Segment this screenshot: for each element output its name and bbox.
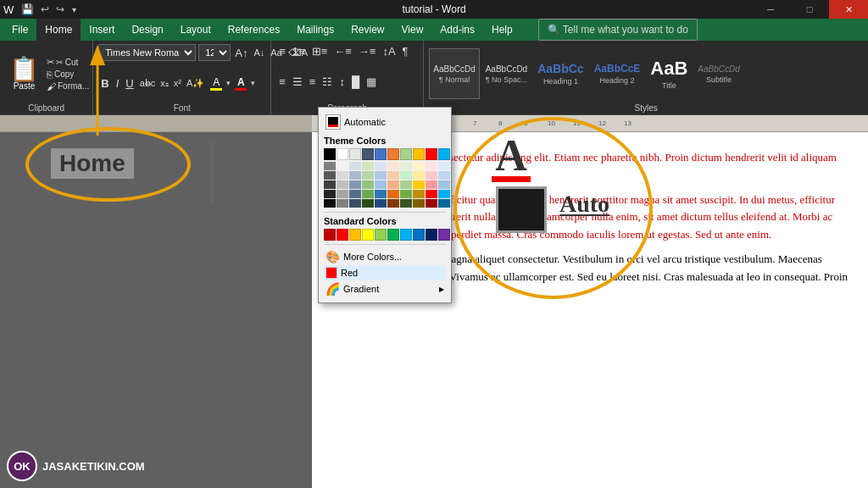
style-nospace-item[interactable]: AaBbCcDd ¶ No Spac... bbox=[481, 48, 531, 99]
tint-color-cell[interactable] bbox=[337, 180, 348, 189]
standard-color-cell[interactable] bbox=[349, 229, 361, 241]
tint-color-cell[interactable] bbox=[387, 199, 399, 208]
text-effects-button[interactable]: A✨ bbox=[185, 77, 206, 90]
tint-color-cell[interactable] bbox=[337, 162, 348, 170]
numbering-button[interactable]: 1≡ bbox=[290, 44, 308, 58]
tint-color-cell[interactable] bbox=[387, 171, 399, 180]
bullets-button[interactable]: ≡ bbox=[276, 44, 288, 58]
superscript-button[interactable]: x² bbox=[172, 77, 183, 89]
tint-color-cell[interactable] bbox=[375, 190, 387, 198]
multilevel-list-button[interactable]: ⊞≡ bbox=[309, 44, 331, 58]
tint-color-cell[interactable] bbox=[375, 171, 387, 180]
menu-item-mailings[interactable]: Mailings bbox=[288, 19, 342, 41]
tint-color-cell[interactable] bbox=[324, 190, 336, 198]
menu-item-help[interactable]: Help bbox=[483, 19, 521, 41]
align-left-button[interactable]: ≡ bbox=[276, 75, 288, 89]
tint-color-cell[interactable] bbox=[362, 180, 374, 189]
tint-color-cell[interactable] bbox=[438, 171, 450, 180]
tint-color-cell[interactable] bbox=[387, 162, 399, 170]
highlight-dropdown-icon[interactable]: ▾ bbox=[226, 79, 231, 87]
tint-color-cell[interactable] bbox=[413, 199, 425, 208]
tint-color-cell[interactable] bbox=[375, 162, 387, 170]
standard-color-cell[interactable] bbox=[337, 229, 348, 241]
tint-color-cell[interactable] bbox=[349, 199, 361, 208]
font-color-dropdown-icon[interactable]: ▾ bbox=[251, 79, 255, 87]
style-heading1-item[interactable]: AaBbCc Heading 1 bbox=[533, 48, 587, 99]
menu-item-review[interactable]: Review bbox=[342, 19, 392, 41]
menu-item-design[interactable]: Design bbox=[123, 19, 171, 41]
increase-font-size-button[interactable]: A↑ bbox=[233, 46, 249, 60]
menu-item-references[interactable]: References bbox=[220, 19, 288, 41]
tint-color-cell[interactable] bbox=[413, 190, 425, 198]
tint-color-cell[interactable] bbox=[400, 162, 412, 170]
tint-color-cell[interactable] bbox=[337, 171, 348, 180]
tint-color-cell[interactable] bbox=[413, 171, 425, 180]
theme-color-cell[interactable] bbox=[426, 148, 437, 160]
more-colors-button[interactable]: 🎨 More Colors... bbox=[324, 248, 446, 265]
cut-button[interactable]: ✂ ✂ Cut bbox=[47, 57, 89, 68]
increase-indent-button[interactable]: →≡ bbox=[356, 44, 379, 58]
tint-color-cell[interactable] bbox=[362, 162, 374, 170]
gradient-option[interactable]: 🌈 Gradient ▶ bbox=[324, 280, 446, 297]
theme-color-cell[interactable] bbox=[375, 148, 387, 160]
italic-button[interactable]: I bbox=[114, 76, 122, 91]
theme-color-cell[interactable] bbox=[337, 148, 348, 160]
automatic-color-option[interactable]: Automatic bbox=[324, 113, 446, 131]
theme-color-cell[interactable] bbox=[387, 148, 399, 160]
theme-color-cell[interactable] bbox=[438, 148, 450, 160]
tint-color-cell[interactable] bbox=[438, 199, 450, 208]
tint-color-cell[interactable] bbox=[362, 199, 374, 208]
style-title-item[interactable]: AaB Title bbox=[646, 48, 692, 99]
tint-color-cell[interactable] bbox=[426, 190, 437, 198]
menu-item-home[interactable]: Home bbox=[36, 19, 81, 41]
paste-button[interactable]: 📋 Paste bbox=[3, 44, 45, 103]
tint-color-cell[interactable] bbox=[337, 199, 348, 208]
standard-color-cell[interactable] bbox=[413, 229, 425, 241]
standard-color-cell[interactable] bbox=[400, 229, 412, 241]
tint-color-cell[interactable] bbox=[324, 171, 336, 180]
text-highlight-button[interactable]: A bbox=[208, 75, 225, 92]
tint-color-cell[interactable] bbox=[375, 199, 387, 208]
tint-color-cell[interactable] bbox=[438, 190, 450, 198]
shading-button[interactable]: █ bbox=[349, 75, 362, 89]
tint-color-cell[interactable] bbox=[400, 199, 412, 208]
tint-color-cell[interactable] bbox=[324, 180, 336, 189]
tint-color-cell[interactable] bbox=[426, 171, 437, 180]
recent-color-red[interactable]: Red bbox=[324, 265, 446, 280]
tint-color-cell[interactable] bbox=[349, 171, 361, 180]
tint-color-cell[interactable] bbox=[413, 162, 425, 170]
theme-color-cell[interactable] bbox=[324, 148, 336, 160]
menu-item-view[interactable]: View bbox=[393, 19, 432, 41]
align-center-button[interactable]: ☰ bbox=[290, 75, 305, 89]
subscript-button[interactable]: x₂ bbox=[159, 77, 170, 90]
tint-color-cell[interactable] bbox=[387, 180, 399, 189]
undo-button[interactable]: ↩ bbox=[38, 3, 52, 15]
tint-color-cell[interactable] bbox=[362, 190, 374, 198]
save-button[interactable]: 💾 bbox=[19, 3, 36, 15]
minimize-button[interactable]: ─ bbox=[751, 0, 790, 19]
tint-color-cell[interactable] bbox=[349, 162, 361, 170]
format-painter-button[interactable]: 🖌 Forma... bbox=[47, 81, 89, 92]
customize-qa-icon[interactable]: ▾ bbox=[72, 5, 76, 14]
menu-item-file[interactable]: File bbox=[3, 19, 36, 41]
font-size-select[interactable]: 12 bbox=[198, 44, 231, 61]
style-normal-item[interactable]: AaBbCcDd ¶ Normal bbox=[429, 48, 479, 99]
menu-item-layout[interactable]: Layout bbox=[172, 19, 220, 41]
redo-button[interactable]: ↪ bbox=[53, 3, 67, 15]
font-color-button[interactable]: A bbox=[232, 75, 249, 92]
theme-color-cell[interactable] bbox=[400, 148, 412, 160]
menu-item-insert[interactable]: Insert bbox=[81, 19, 123, 41]
standard-color-cell[interactable] bbox=[438, 229, 450, 241]
tint-color-cell[interactable] bbox=[375, 180, 387, 189]
borders-button[interactable]: ▦ bbox=[364, 75, 379, 89]
justify-button[interactable]: ☷ bbox=[320, 75, 335, 89]
tint-color-cell[interactable] bbox=[324, 162, 336, 170]
tint-color-cell[interactable] bbox=[400, 190, 412, 198]
tint-color-cell[interactable] bbox=[349, 190, 361, 198]
sort-button[interactable]: ↕A bbox=[380, 44, 398, 58]
tint-color-cell[interactable] bbox=[324, 199, 336, 208]
copy-button[interactable]: ⎘ Copy bbox=[47, 69, 89, 80]
theme-color-cell[interactable] bbox=[362, 148, 374, 160]
tint-color-cell[interactable] bbox=[400, 180, 412, 189]
show-hide-button[interactable]: ¶ bbox=[400, 44, 411, 58]
